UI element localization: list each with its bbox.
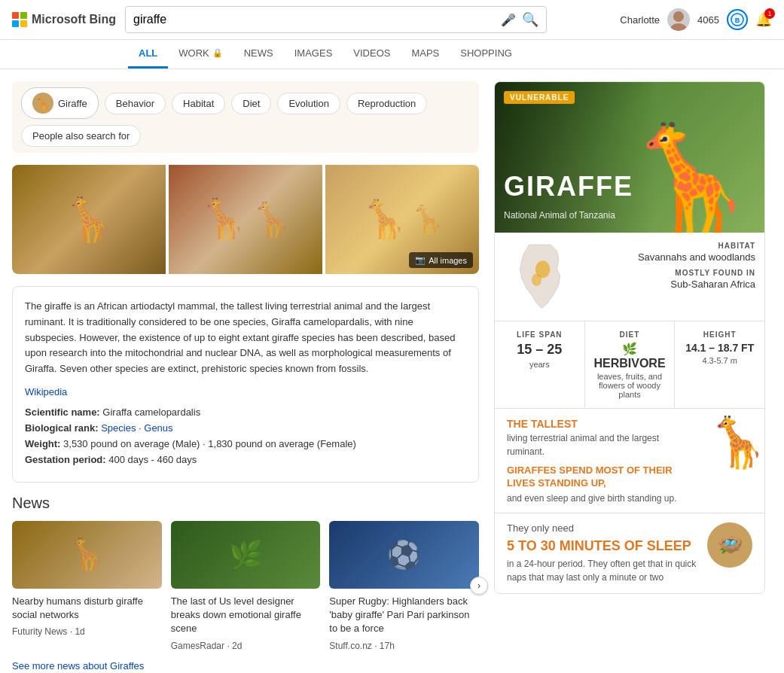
kc-sleep-section: They only need 5 TO 30 MINUTES OF SLEEP … <box>495 513 764 593</box>
svg-point-1 <box>670 23 687 31</box>
kc-stat-lifespan: LIFE SPAN 15 – 25 years <box>495 321 585 408</box>
bing-logo[interactable]: Microsoft Bing <box>12 12 116 27</box>
news-source-3: Stuff.co.nz · 17h <box>329 641 479 651</box>
wikipedia-link[interactable]: Wikipedia <box>25 386 466 397</box>
logo-sq-blue <box>12 20 19 27</box>
giraffe-thumb-icon: 🦒 <box>32 93 53 114</box>
giraffe-image-3[interactable]: 🦒 🦒 📷 All images <box>325 165 479 274</box>
nav-item-videos[interactable]: VIDEOS <box>343 40 401 69</box>
filter-people-also[interactable]: People also search for <box>21 125 141 147</box>
kc-sleep-highlight: 5 TO 30 MINUTES OF SLEEP <box>507 538 700 554</box>
nav-bar: ALL WORK 🔒 NEWS IMAGES VIDEOS MAPS SHOPP… <box>0 40 784 69</box>
camera-icon: 📷 <box>415 255 426 265</box>
nav-item-all[interactable]: ALL <box>128 40 168 69</box>
giraffe-image-2[interactable]: 🦒 🦒 <box>169 165 322 274</box>
news-title-2: The last of Us level designer breaks dow… <box>171 595 321 636</box>
header: Microsoft Bing 🎤 🔍 Charlotte 4065 B 🔔 1 <box>0 0 784 40</box>
news-next-button[interactable]: › <box>470 577 488 595</box>
scientific-name-row: Scientific name: Giraffa camelopardalis <box>25 407 466 418</box>
filter-behavior[interactable]: Behavior <box>105 93 166 114</box>
logo-sq-green <box>20 12 27 19</box>
nest-image: 🪺 <box>707 522 752 568</box>
kc-tallest-section: THE TALLEST living terrestrial animal an… <box>495 409 764 513</box>
filter-giraffe[interactable]: 🦒 Giraffe <box>21 87 99 119</box>
news-title-3: Super Rugby: Highlanders back 'baby gira… <box>329 595 479 636</box>
user-score: 4065 <box>697 14 719 26</box>
search-bar: 🎤 🔍 <box>125 6 547 33</box>
left-column: 🦒 Giraffe Behavior Habitat Diet Evolutio… <box>12 81 479 673</box>
scientific-name-value: Giraffa camelopardalis <box>102 407 200 418</box>
right-column: 🦒 VULNERABLE GIRAFFE National Animal of … <box>494 81 765 673</box>
kc-giraffe-small: 🦒 <box>707 418 752 467</box>
filter-habitat[interactable]: Habitat <box>172 93 225 114</box>
news-image-1[interactable]: 🦒 <box>12 521 162 589</box>
knowledge-card: 🦒 VULNERABLE GIRAFFE National Animal of … <box>494 81 765 594</box>
news-grid: 🦒 Nearby humans disturb giraffe social n… <box>12 521 479 651</box>
kc-map-section: HABITAT Savannahs and woodlands MOSTLY F… <box>495 233 764 321</box>
kc-title: GIRAFFE <box>504 171 633 203</box>
news-image-3[interactable]: ⚽ <box>329 521 479 589</box>
giraffe-image-1[interactable]: 🦒 <box>12 165 166 274</box>
avatar <box>667 8 690 31</box>
all-images-button[interactable]: 📷 All images <box>409 252 473 268</box>
filter-evolution[interactable]: Evolution <box>277 93 340 114</box>
kc-hero: 🦒 VULNERABLE GIRAFFE National Animal of … <box>495 82 764 233</box>
brand-name: Microsoft Bing <box>32 13 116 26</box>
kc-sleep-intro: They only need <box>507 522 700 534</box>
search-input[interactable] <box>133 13 495 26</box>
news-card-2: 🌿 The last of Us level designer breaks d… <box>171 521 321 651</box>
filter-reproduction[interactable]: Reproduction <box>346 93 427 114</box>
kc-sleep-desc: in a 24-hour period. They often get that… <box>507 557 700 584</box>
logo-sq-red <box>12 12 19 19</box>
info-box: The giraffe is an African artiodactyl ma… <box>12 286 479 483</box>
news-title: News <box>12 495 479 512</box>
vulnerable-badge: VULNERABLE <box>504 91 575 104</box>
notif-badge: 1 <box>764 8 775 19</box>
nav-item-shopping[interactable]: SHOPPING <box>450 40 523 69</box>
search-button[interactable]: 🔍 <box>522 11 538 28</box>
bing-logo-squares <box>12 12 27 27</box>
news-image-2[interactable]: 🌿 <box>171 521 321 589</box>
user-name: Charlotte <box>620 14 660 26</box>
svg-text:B: B <box>735 17 740 24</box>
kc-stats: LIFE SPAN 15 – 25 years DIET 🌿 HERBIVORE… <box>495 321 764 409</box>
image-grid: 🦒 🦒 🦒 🦒 🦒 📷 All images <box>12 165 479 274</box>
news-section: News 🦒 Nearby humans disturb giraffe soc… <box>12 495 479 671</box>
rewards-icon[interactable]: B <box>727 9 748 30</box>
bio-rank-genus-link[interactable]: Genus <box>144 422 172 434</box>
news-title-1: Nearby humans disturb giraffe social net… <box>12 595 162 622</box>
filter-bar: 🦒 Giraffe Behavior Habitat Diet Evolutio… <box>12 81 479 153</box>
svg-point-5 <box>532 274 541 286</box>
gestation-value: 400 days - 460 days <box>108 454 197 465</box>
logo-sq-yellow <box>20 20 27 27</box>
bio-rank-row: Biological rank: Species · Genus <box>25 422 466 434</box>
info-description: The giraffe is an African artiodactyl ma… <box>25 299 466 377</box>
mic-icon[interactable]: 🎤 <box>501 13 516 27</box>
notification-icon[interactable]: 🔔 1 <box>755 11 772 28</box>
bio-rank-species-link[interactable]: Species <box>101 422 136 434</box>
leaf-icon: 🌿 <box>591 342 669 356</box>
filter-diet[interactable]: Diet <box>231 93 271 114</box>
main-content: 🦒 Giraffe Behavior Habitat Diet Evolutio… <box>0 69 784 673</box>
nav-item-maps[interactable]: MAPS <box>401 40 450 69</box>
kc-habitat-info: HABITAT Savannahs and woodlands MOSTLY F… <box>638 242 755 312</box>
habitat-label: HABITAT <box>638 242 755 250</box>
weight-row: Weight: 3,530 pound on average (Male) · … <box>25 438 466 449</box>
nav-item-images[interactable]: IMAGES <box>284 40 343 69</box>
nav-item-work[interactable]: WORK 🔒 <box>168 40 233 69</box>
see-more-news-link[interactable]: See more news about Giraffes <box>12 660 479 671</box>
weight-value: 3,530 pound on average (Male) · 1,830 po… <box>63 438 356 449</box>
news-source-2: GamesRadar · 2d <box>171 641 321 651</box>
scientific-name-label: Scientific name: <box>25 407 100 418</box>
lock-icon: 🔒 <box>212 48 223 58</box>
gestation-label: Gestation period: <box>25 454 106 465</box>
header-right: Charlotte 4065 B 🔔 1 <box>620 8 772 31</box>
mostly-found-label: MOSTLY FOUND IN <box>638 269 755 277</box>
svg-point-0 <box>673 11 684 22</box>
nav-item-news[interactable]: NEWS <box>233 40 284 69</box>
weight-label: Weight: <box>25 438 60 449</box>
news-source-1: Futurity News · 1d <box>12 626 162 637</box>
kc-stat-height: HEIGHT 14.1 – 18.7 FT 4.3-5.7 m <box>675 321 764 408</box>
kc-stat-diet: DIET 🌿 HERBIVORE leaves, fruits, and flo… <box>585 321 676 408</box>
kc-giraffe-image: 🦒 <box>616 82 764 233</box>
